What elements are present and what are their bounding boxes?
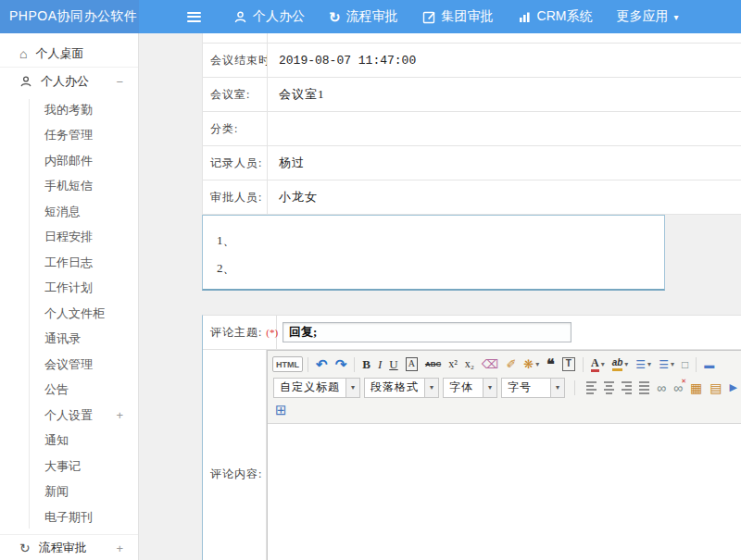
source-code-button[interactable]: HTML bbox=[272, 356, 303, 372]
insert-table-icon: ⊞ bbox=[275, 402, 287, 418]
insert-image-icon: ▦ bbox=[690, 380, 702, 395]
sidebar-section-label: 个人桌面 bbox=[35, 45, 83, 62]
nav-item-process-approval[interactable]: ↻ 流程审批 bbox=[317, 0, 410, 33]
sidebar-item-news[interactable]: 新闻 bbox=[0, 479, 138, 505]
undo-button[interactable]: ↶ bbox=[313, 355, 331, 374]
italic-icon: I bbox=[378, 357, 382, 372]
font-family-select[interactable]: 字体 ▾ bbox=[443, 378, 497, 398]
highlight-color-icon: ab bbox=[612, 357, 623, 371]
sidebar-item-internal-mail[interactable]: 内部邮件 bbox=[0, 148, 138, 174]
redo-button[interactable]: ↷ bbox=[333, 355, 350, 374]
table-row bbox=[203, 33, 741, 44]
caret-down-icon: ▾ bbox=[483, 379, 496, 397]
collapse-icon[interactable]: − bbox=[116, 75, 123, 89]
superscript-button[interactable]: x² bbox=[446, 355, 460, 374]
table-row-meeting-room: 会议室: 会议室1 bbox=[203, 78, 741, 112]
bold-icon: B bbox=[362, 357, 370, 372]
highlight-color-button[interactable]: ab▾ bbox=[609, 355, 632, 374]
editor-content-area[interactable] bbox=[268, 424, 741, 560]
table-row-category: 分类: bbox=[203, 112, 741, 146]
sidebar-item-e-journal[interactable]: 电子期刊 bbox=[0, 504, 138, 530]
align-justify-button[interactable] bbox=[636, 378, 652, 397]
font-size-select[interactable]: 字号 ▾ bbox=[501, 378, 565, 398]
expand-icon[interactable]: + bbox=[116, 408, 123, 422]
edit-square-icon bbox=[422, 10, 436, 24]
insert-media-button[interactable]: ▶ bbox=[727, 378, 740, 397]
menu-bars-icon[interactable] bbox=[183, 6, 205, 28]
underline-button[interactable]: U bbox=[386, 355, 400, 374]
field-label: 会议结束时间: bbox=[203, 44, 268, 77]
sidebar-item-label: 个人设置 bbox=[44, 407, 93, 424]
sidebar-item-label: 我的考勤 bbox=[44, 102, 93, 118]
nav-item-personal-office[interactable]: 个人办公 bbox=[221, 0, 317, 33]
ordered-list-button[interactable]: ☰▾ bbox=[633, 355, 654, 374]
sidebar-item-short-message[interactable]: 短消息 bbox=[0, 199, 138, 225]
field-value: 杨过 bbox=[268, 146, 741, 180]
sidebar-item-personal-files[interactable]: 个人文件柜 bbox=[0, 301, 138, 327]
sidebar-item-task-management[interactable]: 任务管理 bbox=[0, 123, 138, 149]
process-icon: ↻ bbox=[329, 10, 341, 24]
sidebar-item-my-attendance[interactable]: 我的考勤 bbox=[0, 97, 138, 123]
nav-item-group-approval[interactable]: 集团审批 bbox=[410, 0, 506, 33]
custom-title-select[interactable]: 自定义标题 ▾ bbox=[273, 378, 360, 398]
table-row-approver: 审批人员: 小龙女 bbox=[203, 180, 741, 215]
comment-subject-input[interactable] bbox=[283, 322, 571, 342]
nav-item-label: 个人办公 bbox=[253, 8, 305, 25]
blockquote-icon: ❝ bbox=[546, 360, 555, 369]
auto-typeset-button[interactable]: ❋▾ bbox=[521, 355, 542, 374]
sidebar-item-milestones[interactable]: 大事记 bbox=[0, 454, 138, 479]
eraser-icon: ⌫ bbox=[482, 357, 498, 371]
subscript-button[interactable]: x₂ bbox=[462, 355, 477, 374]
insert-table-button[interactable]: ⊞ bbox=[272, 401, 290, 420]
align-left-button[interactable] bbox=[584, 378, 599, 397]
sidebar-item-notification[interactable]: 通知 bbox=[0, 429, 138, 454]
nav-item-more-apps[interactable]: 更多应用 ▾ bbox=[604, 0, 690, 33]
fullscreen-button[interactable]: ▬ bbox=[701, 355, 717, 374]
nav-item-crm-system[interactable]: CRM系统 bbox=[506, 0, 605, 33]
insert-image-button[interactable]: ▦ bbox=[687, 378, 705, 397]
font-family-select-value: 字体 bbox=[444, 379, 483, 397]
unlink-button[interactable]: ∞✕ bbox=[671, 378, 685, 397]
sidebar-item-work-log[interactable]: 工作日志 bbox=[0, 250, 138, 276]
meeting-detail-table: 会议结束时间: 2019-08-07 11:47:00 会议室: 会议室1 分类… bbox=[202, 33, 741, 215]
strikethrough-button[interactable]: ABC bbox=[422, 355, 444, 374]
paragraph-format-select[interactable]: 段落格式 ▾ bbox=[364, 378, 439, 398]
font-border-button[interactable]: A bbox=[403, 355, 421, 374]
new-page-button[interactable]: □ bbox=[679, 355, 691, 374]
caret-down-icon: ▾ bbox=[535, 360, 539, 368]
eraser-button[interactable]: ⌫ bbox=[479, 355, 501, 374]
sidebar-item-work-plan[interactable]: 工作计划 bbox=[0, 276, 138, 302]
sidebar-item-label: 新闻 bbox=[44, 483, 69, 500]
unordered-list-button[interactable]: ☰▾ bbox=[656, 355, 677, 374]
sidebar-item-personal-settings[interactable]: 个人设置+ bbox=[0, 403, 138, 429]
sidebar-personal-office-items: 我的考勤 任务管理 内部邮件 手机短信 短消息 日程安排 工作日志 工作计划 个… bbox=[0, 95, 138, 532]
sidebar-item-personal-office[interactable]: 个人办公 − bbox=[0, 68, 138, 95]
align-center-button[interactable] bbox=[601, 378, 617, 397]
image-manager-button[interactable]: ▤ bbox=[707, 378, 724, 397]
app-brand: PHPOA协同办公软件 bbox=[0, 0, 139, 33]
bold-button[interactable]: B bbox=[359, 355, 373, 374]
sidebar-item-process-approval[interactable]: ↻ 流程审批 + bbox=[0, 534, 138, 560]
sidebar-item-meeting-management[interactable]: 会议管理 bbox=[0, 352, 138, 378]
expand-icon[interactable]: + bbox=[116, 541, 123, 555]
sidebar-item-contacts[interactable]: 通讯录 bbox=[0, 327, 138, 353]
link-button[interactable]: ∞ bbox=[654, 378, 669, 397]
field-label: 评论内容: bbox=[203, 350, 267, 560]
font-color-button[interactable]: A▾ bbox=[588, 355, 608, 374]
format-brush-icon: ✐ bbox=[506, 357, 516, 371]
sidebar-item-personal-desktop[interactable]: ⌂ 个人桌面 bbox=[0, 40, 138, 68]
editor-toolbar: HTML ↶ ↷ B I U A ABC x² bbox=[268, 351, 741, 424]
sidebar-item-mobile-sms[interactable]: 手机短信 bbox=[0, 174, 138, 200]
caret-down-icon: ▾ bbox=[424, 379, 438, 397]
align-right-button[interactable] bbox=[619, 378, 634, 397]
unordered-list-icon: ☰ bbox=[659, 358, 669, 371]
comment-subject-label: 评论主题: bbox=[210, 325, 262, 341]
paste-as-text-button[interactable]: T bbox=[559, 355, 578, 374]
sidebar-item-schedule[interactable]: 日程安排 bbox=[0, 225, 138, 251]
blockquote-button[interactable]: ❝ bbox=[544, 355, 558, 374]
format-brush-button[interactable]: ✐ bbox=[503, 355, 519, 374]
field-label: 评论主题: (*) bbox=[203, 316, 277, 349]
sidebar-section-label: 个人办公 bbox=[41, 73, 89, 90]
sidebar-item-announcement[interactable]: 公告 bbox=[0, 378, 138, 404]
italic-button[interactable]: I bbox=[375, 355, 384, 374]
